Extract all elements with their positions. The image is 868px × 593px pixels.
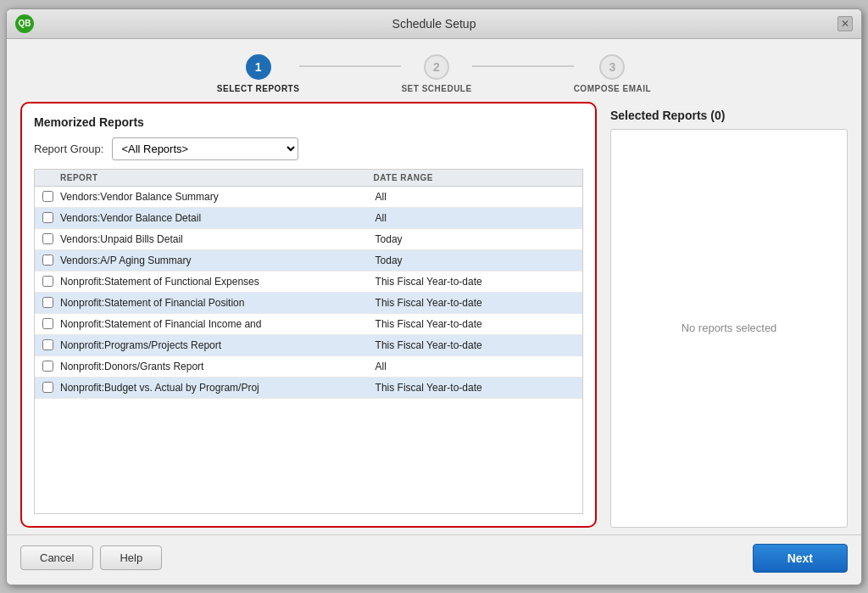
table-row: Vendors:A/P Aging Summary Today [35, 250, 582, 271]
table-row: Nonprofit:Statement of Financial Positio… [35, 293, 582, 314]
no-reports-text: No reports selected [682, 322, 777, 334]
step-2-circle: 2 [424, 54, 449, 80]
row-date-7: This Fiscal Year-to-date [376, 339, 582, 351]
checkbox-5[interactable] [42, 297, 53, 308]
table-row: Nonprofit:Statement of Financial Income … [35, 314, 582, 335]
row-checkbox-1[interactable] [35, 212, 60, 223]
step-1-label: SELECT REPORTS [217, 84, 300, 93]
row-checkbox-4[interactable] [35, 276, 60, 287]
table-body: Vendors:Vendor Balance Summary All Vendo… [35, 187, 582, 513]
row-checkbox-8[interactable] [35, 361, 60, 372]
right-panel: Selected Reports (0) No reports selected [610, 102, 848, 528]
row-checkbox-3[interactable] [35, 255, 60, 266]
report-group-row: Report Group: <All Reports> [34, 137, 583, 160]
row-date-3: Today [376, 255, 582, 266]
row-report-3: Vendors:A/P Aging Summary [60, 255, 376, 266]
row-date-8: All [376, 361, 582, 372]
step-3: 3 COMPOSE EMAIL [574, 54, 652, 93]
row-checkbox-0[interactable] [35, 191, 60, 202]
row-checkbox-5[interactable] [35, 297, 60, 308]
checkbox-1[interactable] [42, 212, 53, 223]
th-check [35, 173, 60, 182]
help-button[interactable]: Help [100, 545, 162, 570]
selected-reports-title: Selected Reports (0) [610, 105, 848, 122]
report-group-label: Report Group: [34, 143, 103, 155]
checkbox-0[interactable] [42, 191, 53, 202]
row-report-6: Nonprofit:Statement of Financial Income … [60, 318, 376, 330]
table-row: Vendors:Vendor Balance Summary All [35, 187, 582, 208]
checkbox-9[interactable] [42, 382, 53, 393]
checkbox-2[interactable] [42, 233, 53, 244]
table-row: Nonprofit:Donors/Grants Report All [35, 356, 582, 378]
checkbox-6[interactable] [42, 318, 53, 329]
left-panel: Memorized Reports Report Group: <All Rep… [20, 102, 597, 528]
table-row: Nonprofit:Programs/Projects Report This … [35, 335, 582, 356]
row-report-8: Nonprofit:Donors/Grants Report [60, 361, 376, 372]
table-header: REPORT DATE RANGE [35, 170, 582, 187]
dialog-title: Schedule Setup [7, 17, 861, 31]
selected-box: No reports selected [610, 129, 848, 528]
row-date-0: All [376, 191, 582, 203]
next-button[interactable]: Next [753, 544, 848, 573]
report-group-select[interactable]: <All Reports> [112, 137, 298, 160]
table-row: Vendors:Vendor Balance Detail All [35, 208, 582, 229]
th-report: REPORT [60, 173, 374, 182]
table-row: Nonprofit:Statement of Functional Expens… [35, 271, 582, 293]
row-date-1: All [376, 212, 582, 224]
row-report-7: Nonprofit:Programs/Projects Report [60, 339, 376, 351]
table-row: Nonprofit:Budget vs. Actual by Program/P… [35, 378, 582, 399]
checkbox-7[interactable] [42, 339, 53, 350]
row-checkbox-2[interactable] [35, 233, 60, 244]
row-date-9: This Fiscal Year-to-date [376, 382, 582, 394]
cancel-button[interactable]: Cancel [20, 545, 93, 570]
row-report-5: Nonprofit:Statement of Financial Positio… [60, 297, 376, 309]
step-1: 1 SELECT REPORTS [217, 54, 300, 93]
step-2: 2 SET SCHEDULE [401, 54, 471, 93]
step-line-2 [472, 65, 574, 67]
row-report-2: Vendors:Unpaid Bills Detail [60, 233, 376, 245]
step-3-label: COMPOSE EMAIL [574, 84, 652, 93]
footer: Cancel Help Next [7, 534, 861, 585]
checkbox-4[interactable] [42, 276, 53, 287]
row-report-1: Vendors:Vendor Balance Detail [60, 212, 376, 224]
footer-left: Cancel Help [20, 545, 162, 570]
content-area: Memorized Reports Report Group: <All Rep… [7, 102, 861, 528]
schedule-setup-dialog: QB Schedule Setup ✕ 1 SELECT REPORTS 2 S… [6, 8, 862, 585]
row-report-4: Nonprofit:Statement of Functional Expens… [60, 276, 376, 288]
th-date: DATE RANGE [374, 173, 582, 182]
checkbox-8[interactable] [42, 361, 53, 372]
wizard-steps: 1 SELECT REPORTS 2 SET SCHEDULE 3 COMPOS… [7, 39, 861, 102]
memorized-reports-title: Memorized Reports [34, 115, 583, 129]
reports-table: REPORT DATE RANGE Vendors:Vendor Balance… [34, 169, 583, 514]
row-date-2: Today [376, 233, 582, 245]
row-date-5: This Fiscal Year-to-date [376, 297, 582, 309]
row-date-6: This Fiscal Year-to-date [376, 318, 582, 330]
row-date-4: This Fiscal Year-to-date [376, 276, 582, 288]
title-bar: QB Schedule Setup ✕ [7, 9, 861, 39]
row-report-9: Nonprofit:Budget vs. Actual by Program/P… [60, 382, 376, 394]
step-2-label: SET SCHEDULE [401, 84, 471, 93]
row-checkbox-7[interactable] [35, 339, 60, 350]
checkbox-3[interactable] [42, 255, 53, 266]
step-line-1 [299, 65, 401, 67]
row-checkbox-6[interactable] [35, 318, 60, 329]
row-checkbox-9[interactable] [35, 382, 60, 393]
row-report-0: Vendors:Vendor Balance Summary [60, 191, 376, 203]
step-3-circle: 3 [599, 54, 625, 80]
step-1-circle: 1 [246, 54, 271, 80]
table-row: Vendors:Unpaid Bills Detail Today [35, 229, 582, 250]
